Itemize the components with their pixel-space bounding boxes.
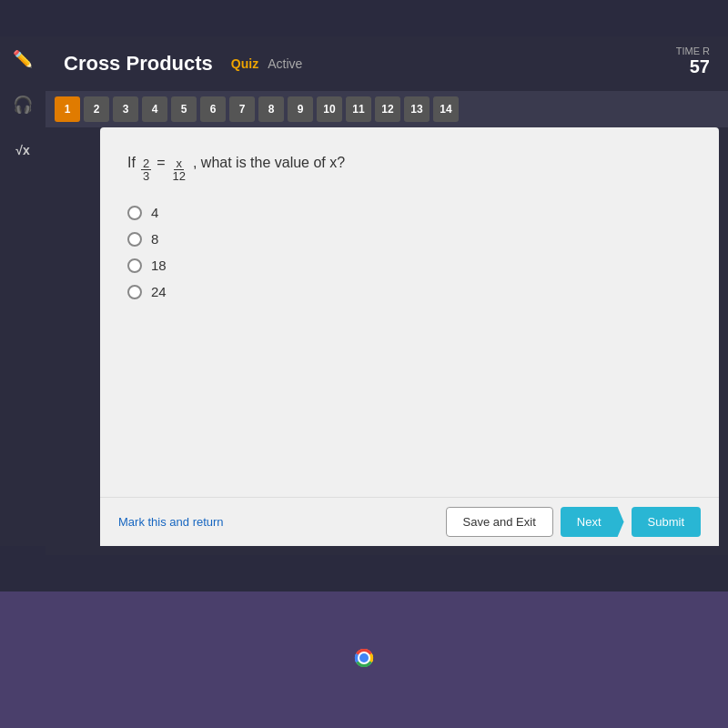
question-num-2[interactable]: 2: [84, 96, 109, 122]
option-item-2[interactable]: 8: [127, 231, 692, 247]
radio-option-2[interactable]: [127, 232, 142, 247]
question-num-11[interactable]: 11: [346, 96, 371, 122]
options-list: 4 8 18 24: [127, 205, 692, 299]
submit-button[interactable]: Submit: [632, 507, 701, 537]
radio-option-4[interactable]: [127, 285, 142, 299]
question-num-14[interactable]: 14: [433, 96, 459, 122]
question-num-13[interactable]: 13: [404, 96, 430, 122]
timer-section: TIME R 57: [676, 46, 710, 77]
fraction-2: x 12: [170, 157, 187, 182]
option-label-1: 4: [151, 205, 158, 220]
question-num-9[interactable]: 9: [288, 96, 313, 122]
question-num-12[interactable]: 12: [375, 96, 400, 122]
fraction2-numerator: x: [174, 157, 184, 170]
question-num-8[interactable]: 8: [258, 96, 284, 122]
option-item-3[interactable]: 18: [127, 258, 692, 273]
svg-point-3: [359, 653, 369, 662]
quiz-label: Quiz: [231, 56, 258, 71]
quiz-footer: Mark this and return Save and Exit Next …: [100, 497, 719, 546]
main-area: Cross Products Quiz Active TIME R 57 1 2…: [46, 36, 728, 555]
timer-label: TIME R: [676, 46, 710, 56]
taskbar: [0, 592, 728, 728]
mark-return-link[interactable]: Mark this and return: [118, 515, 224, 529]
fraction1-denominator: 3: [141, 170, 151, 182]
question-prefix: If: [127, 155, 136, 171]
question-num-10[interactable]: 10: [317, 96, 342, 122]
timer-value: 57: [676, 56, 710, 77]
question-num-5[interactable]: 5: [171, 96, 197, 122]
question-num-1[interactable]: 1: [55, 96, 80, 122]
fraction-1: 2 3: [141, 157, 151, 182]
fraction2-denominator: 12: [170, 170, 187, 182]
quiz-inner: If 2 3 = x 12 , what is the value of x? …: [100, 127, 719, 546]
question-num-6[interactable]: 6: [200, 96, 226, 122]
question-text: If 2 3 = x 12 , what is the value of x?: [127, 155, 692, 182]
footer-buttons: Save and Exit Next Submit: [446, 507, 701, 537]
option-label-3: 18: [151, 258, 167, 273]
header: Cross Products Quiz Active TIME R 57: [46, 36, 728, 91]
question-bar: 1 2 3 4 5 6 7 8 9 10 11 12 13 14: [46, 91, 728, 127]
option-item-1[interactable]: 4: [127, 205, 692, 220]
quiz-panel: If 2 3 = x 12 , what is the value of x? …: [100, 127, 719, 546]
question-num-3[interactable]: 3: [113, 96, 138, 122]
chrome-icon[interactable]: [346, 640, 382, 680]
question-num-7[interactable]: 7: [229, 96, 255, 122]
radio-option-3[interactable]: [127, 258, 142, 273]
radio-option-1[interactable]: [127, 206, 142, 220]
option-label-2: 8: [151, 231, 158, 247]
next-button[interactable]: Next: [561, 507, 624, 537]
option-item-4[interactable]: 24: [127, 284, 692, 299]
pencil-icon[interactable]: ✏️: [9, 46, 36, 73]
active-label: Active: [268, 56, 302, 71]
headphone-icon[interactable]: 🎧: [9, 91, 36, 118]
equals-sign: =: [157, 155, 165, 171]
left-sidebar: ✏️ 🎧 √x: [0, 36, 46, 546]
option-label-4: 24: [151, 284, 167, 299]
fraction1-numerator: 2: [141, 157, 151, 170]
question-num-4[interactable]: 4: [142, 96, 167, 122]
question-suffix: , what is the value of x?: [193, 155, 345, 171]
page-title: Cross Products: [64, 52, 213, 76]
math-icon[interactable]: √x: [9, 136, 36, 164]
save-exit-button[interactable]: Save and Exit: [446, 507, 553, 537]
